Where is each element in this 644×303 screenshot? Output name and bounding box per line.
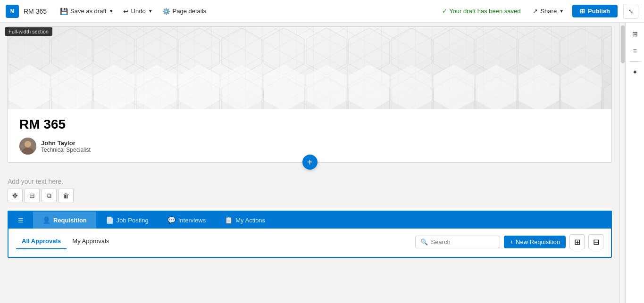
my-approvals-tab[interactable]: My Approvals	[67, 235, 115, 249]
sparkle-icon: ✦	[632, 68, 638, 76]
settings-icon: ⊟	[29, 192, 35, 199]
right-sidebar: ⊞ ≡ ✦	[625, 23, 644, 303]
author-name: John Taylor	[41, 139, 91, 147]
top-toolbar: M RM 365 💾 Save as draft ▼ ↩ Undo ▼ ⚙️ P…	[0, 0, 644, 23]
save-icon: 💾	[60, 8, 68, 15]
text-section-toolbar: ✥ ⊟ ⧉ 🗑	[8, 188, 612, 203]
hero-section: RM 365 John Taylor Technical Specialist	[8, 26, 612, 163]
page-details-button[interactable]: ⚙️ Page details	[159, 6, 210, 17]
view-icon: ⊟	[593, 237, 599, 246]
scrollbar-track[interactable]	[619, 23, 625, 303]
save-draft-chevron: ▼	[109, 8, 114, 14]
my-actions-icon: 📋	[225, 216, 233, 224]
tabs-content-header: All Approvals My Approvals 🔍 +	[16, 234, 603, 249]
search-box[interactable]: 🔍	[415, 236, 500, 248]
filter-icon-button[interactable]: ⊞	[569, 234, 585, 249]
page-area: Full-width section	[0, 23, 619, 303]
tabs-nav: ☰ 👤 Requisition 📄 Job Posting 💬 Intervie…	[8, 212, 611, 229]
collapse-button[interactable]: ⤡	[623, 4, 638, 19]
tabs-content: All Approvals My Approvals 🔍 +	[8, 229, 611, 257]
hero-author: John Taylor Technical Specialist	[19, 138, 600, 155]
settings-button[interactable]: ⊟	[25, 188, 40, 203]
new-requisition-button[interactable]: + New Requisition	[504, 236, 566, 248]
text-section: Add your text here. ✥ ⊟ ⧉ 🗑	[8, 174, 612, 207]
sidebar-filter-button[interactable]: ≡	[627, 43, 643, 58]
plus-icon: +	[510, 238, 513, 246]
trash-icon: 🗑	[63, 192, 69, 199]
main-content: Full-width section	[0, 23, 644, 303]
undo-chevron: ▼	[148, 8, 153, 14]
full-width-label: Full-width section	[5, 27, 52, 36]
publish-icon: ⊞	[580, 8, 585, 15]
tab-my-actions[interactable]: 📋 My Actions	[215, 212, 275, 229]
duplicate-icon: ⧉	[47, 192, 51, 200]
avatar-image	[19, 138, 36, 155]
share-button[interactable]: ↗ Share ▼	[528, 6, 569, 16]
draft-saved-status: ✓ Your draft has been saved	[442, 8, 520, 15]
collapse-icon: ⤡	[628, 8, 633, 15]
all-approvals-tab[interactable]: All Approvals	[16, 235, 67, 249]
move-button[interactable]: ✥	[8, 188, 23, 203]
hero-title: RM 365	[19, 117, 600, 132]
menu-icon: ☰	[18, 217, 24, 224]
job-posting-icon: 📄	[106, 216, 114, 224]
content-actions: 🔍 + New Requisition ⊞ ⊟	[415, 234, 603, 249]
tab-requisition[interactable]: 👤 Requisition	[33, 212, 96, 229]
sidebar-divider	[629, 61, 641, 62]
search-icon: 🔍	[420, 238, 428, 246]
tab-menu[interactable]: ☰	[8, 212, 33, 229]
author-job-title: Technical Specialist	[41, 147, 91, 153]
save-draft-button[interactable]: 💾 Save as draft ▼	[56, 6, 117, 17]
layers-icon: ⊞	[632, 30, 638, 38]
hero-banner	[8, 27, 611, 109]
svg-point-18	[25, 141, 31, 147]
share-chevron: ▼	[559, 8, 564, 14]
text-placeholder: Add your text here.	[8, 178, 612, 185]
move-icon: ✥	[12, 192, 18, 199]
author-info: John Taylor Technical Specialist	[41, 139, 91, 153]
settings-icon: ⚙️	[162, 8, 170, 15]
delete-button[interactable]: 🗑	[59, 188, 74, 203]
requisition-icon: 👤	[42, 216, 50, 224]
sidebar-sparkle-button[interactable]: ✦	[627, 65, 643, 80]
webpart-section: ☰ 👤 Requisition 📄 Job Posting 💬 Intervie…	[8, 211, 612, 258]
publish-button[interactable]: ⊞ Publish	[572, 5, 618, 17]
undo-icon: ↩	[123, 8, 129, 15]
share-icon: ↗	[533, 8, 538, 15]
scrollbar-thumb[interactable]	[621, 25, 625, 63]
view-icon-button[interactable]: ⊟	[588, 234, 603, 249]
tab-job-posting[interactable]: 📄 Job Posting	[96, 212, 158, 229]
app-name: RM 365	[24, 8, 47, 15]
filter2-icon: ≡	[633, 47, 636, 55]
interviews-icon: 💬	[167, 216, 176, 224]
undo-button[interactable]: ↩ Undo ▼	[119, 6, 157, 17]
approval-tabs: All Approvals My Approvals	[16, 235, 115, 249]
app-icon: M	[6, 5, 19, 18]
search-input[interactable]	[431, 238, 495, 246]
author-avatar	[19, 138, 36, 155]
filter-icon: ⊞	[574, 237, 580, 246]
add-section-button[interactable]: +	[302, 155, 318, 170]
checkmark-icon: ✓	[442, 8, 447, 15]
hero-pattern	[8, 27, 611, 109]
duplicate-button[interactable]: ⧉	[42, 188, 57, 203]
tab-interviews[interactable]: 💬 Interviews	[158, 212, 216, 229]
sidebar-layers-button[interactable]: ⊞	[627, 26, 643, 41]
